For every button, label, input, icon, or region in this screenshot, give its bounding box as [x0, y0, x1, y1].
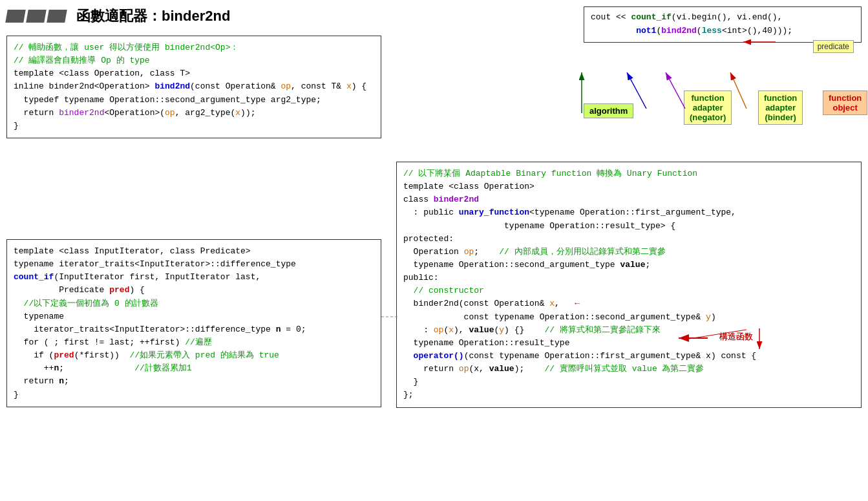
- left-code-box: // 輔助函數，讓 user 得以方便使用 binder2nd<Op>： // …: [6, 36, 381, 138]
- br-line9: public:: [403, 272, 854, 284]
- left-line3: template <class Operation, class T>: [14, 67, 374, 80]
- left-line6: return binder2nd<Operation>(op, arg2_typ…: [14, 107, 374, 120]
- label-algorithm: algorithm: [584, 103, 633, 118]
- br-line3: class binder2nd: [403, 193, 854, 206]
- bl-line1: template <class InputIterator, class Pre…: [14, 245, 374, 258]
- br-line7: Operation op; // 內部成員，分別用以記錄算式和第二實參: [403, 246, 854, 259]
- bl-line9: if (pred(*first)) //如果元素帶入 pred 的結果為 tru…: [14, 349, 374, 362]
- bl-line10: ++n; //計數器累加1: [14, 362, 374, 375]
- header-icon-2: [26, 10, 47, 23]
- br-line15: operator()(const typename Operation::fir…: [403, 350, 854, 363]
- br-line2: template <class Operation>: [403, 180, 854, 193]
- label-fn-object: functionobject: [823, 91, 867, 115]
- page-title: 函數適配器：binder2nd: [76, 6, 230, 26]
- header-icons: [6, 10, 66, 23]
- br-line4: : public unary_function<typename Operati…: [403, 206, 854, 219]
- constructor-label-text: 構造函数: [719, 331, 753, 343]
- bl-line7: iterator_traits<InputIterator>::differen…: [14, 323, 374, 336]
- bottomleft-code-box: template <class InputIterator, class Pre…: [6, 239, 381, 407]
- bl-line3: count_if(InputIterator first, InputItera…: [14, 271, 374, 284]
- left-comment2: // 編譯器會自動推導 Op 的 type: [14, 54, 374, 67]
- bl-line11: return n;: [14, 375, 374, 388]
- br-line17: }: [403, 376, 854, 389]
- bl-line2: typename iterator_traits<InputIterator>:…: [14, 258, 374, 271]
- bl-line5: //以下定義一個初值為 0 的計數器: [14, 297, 374, 310]
- label-fn-adapter-binder: functionadapter(binder): [758, 91, 803, 125]
- br-line16: return op(x, value); // 實際呼叫算式並取 value 為…: [403, 363, 854, 376]
- br-line6: protected:: [403, 233, 854, 246]
- topright-line2: not1(bind2nd(less<int>(),40)));: [591, 25, 854, 38]
- bl-line6: typename: [14, 310, 374, 323]
- bottomright-code-box: // 以下將某個 Adaptable Binary function 轉換為 U…: [396, 162, 862, 408]
- bl-line4: Predicate pred) {: [14, 284, 374, 297]
- left-line4: inline binder2nd<Operation> bind2nd(cons…: [14, 80, 374, 93]
- bl-line8: for ( ; first != last; ++first) //遍歷: [14, 336, 374, 349]
- br-line8: typename Operation::second_argument_type…: [403, 259, 854, 272]
- br-line18: };: [403, 389, 854, 401]
- left-line7: }: [14, 120, 374, 133]
- label-fn-adapter-negator: functionadapter(negator): [684, 91, 732, 125]
- header-icon-3: [47, 10, 67, 23]
- bl-line12: }: [14, 389, 374, 401]
- br-line13: : op(x), value(y) {} // 將算式和第二實參記錄下來: [403, 324, 854, 337]
- br-line12: const typename Operation::second_argumen…: [403, 311, 854, 324]
- br-comment1: // 以下將某個 Adaptable Binary function 轉換為 U…: [403, 167, 854, 180]
- header-icon-1: [5, 10, 26, 23]
- topright-line1: cout << count_if(vi.begin(), vi.end(),: [591, 11, 854, 25]
- left-comment1: // 輔助函數，讓 user 得以方便使用 binder2nd<Op>：: [14, 41, 374, 54]
- predicate-label-text: predicate: [813, 40, 854, 53]
- topright-code-box: cout << count_if(vi.begin(), vi.end(), n…: [584, 6, 862, 43]
- labels-area: algorithm functionadapter(negator) funct…: [584, 84, 862, 155]
- page-container: 函數適配器：binder2nd cout << count_if(vi.begi…: [0, 0, 868, 501]
- left-line5: typedef typename Operation::second_argum…: [14, 94, 374, 107]
- br-line11: binder2nd(const Operation& x, ←: [403, 297, 854, 310]
- br-line10: // constructor: [403, 284, 854, 297]
- br-line5: typename Operation::result_type> {: [403, 220, 854, 233]
- br-line14: typename Operation::result_type: [403, 337, 854, 350]
